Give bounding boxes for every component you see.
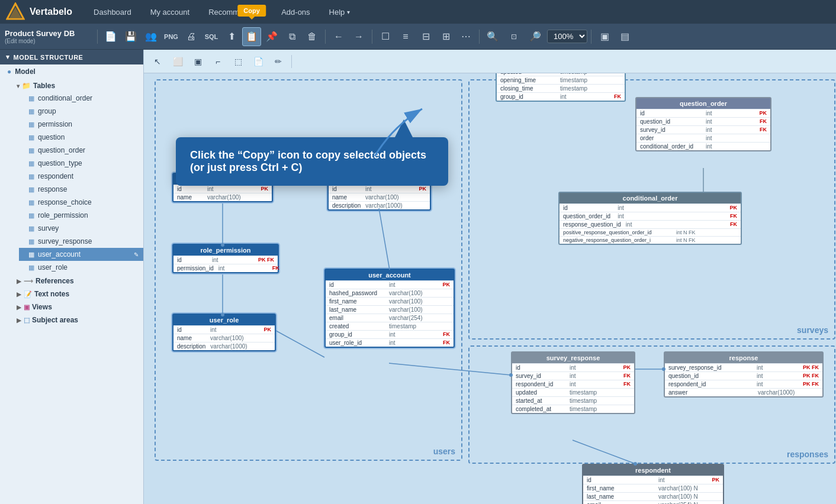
tables-expand-icon: ▾: [17, 83, 20, 89]
save-button[interactable]: 💾: [121, 27, 140, 46]
zoom-out-button[interactable]: 🔍: [483, 27, 502, 46]
top-navigation: Vertabelo Dashboard My account Recommend…: [0, 0, 836, 24]
table-item-response_choice[interactable]: ▦ response_choice: [19, 196, 143, 209]
table-user_account[interactable]: user_account idintPK hashed_passwordvarc…: [324, 269, 455, 348]
copy-button[interactable]: 📋: [242, 27, 261, 46]
export-png-button[interactable]: PNG: [162, 27, 181, 46]
table-role_permission-row-id: idintPK FK: [173, 256, 278, 264]
table-item-user_role[interactable]: ▦ user_role: [19, 261, 143, 274]
align-button[interactable]: ⊟: [416, 27, 435, 46]
new-diagram-button[interactable]: 📄: [101, 27, 120, 46]
select-tool-button[interactable]: ↖: [149, 53, 166, 70]
sidebar: ▾ MODEL STRUCTURE ● Model ▾ 📁 Tables ▦ c…: [0, 50, 144, 504]
export-sql-button[interactable]: SQL: [202, 27, 221, 46]
rsp-row-first_name: first_namevarchar(100) N: [583, 484, 723, 492]
views-expand-icon: ▶: [17, 304, 21, 311]
table-user_role[interactable]: user_role idintPK namevarchar(100) descr…: [172, 314, 276, 351]
paste-button[interactable]: 📌: [262, 27, 281, 46]
subject-areas-group-header[interactable]: ▶ ⬚ Subject areas: [9, 313, 143, 326]
sr-row-survey_id: survey_idintFK: [512, 371, 634, 380]
qo-row-survey_id: survey_idintFK: [636, 125, 770, 134]
table-question_order[interactable]: question_order idintPK question_idintFK …: [635, 97, 771, 151]
nav-help[interactable]: Help ▾: [320, 0, 360, 24]
duplicate-button[interactable]: ⧉: [282, 27, 301, 46]
tables-section: ▾ 📁 Tables ▦ conditional_order ▦ group ▦…: [0, 79, 143, 274]
sr-row-respondent_id: respondent_idintFK: [512, 380, 634, 388]
table-add-button[interactable]: ▣: [189, 53, 207, 70]
table-conditional_order-header: conditional_order: [560, 193, 741, 203]
redo-button[interactable]: →: [349, 27, 368, 46]
zoom-select[interactable]: 100% 75% 50% 150%: [547, 30, 587, 43]
qo-row-conditional_order_id: conditional_order_idint: [636, 142, 770, 150]
eraser-button[interactable]: ✏: [269, 53, 287, 70]
sidebar-model-group[interactable]: ● Model: [0, 64, 143, 79]
table-item-conditional_order[interactable]: ▦ conditional_order: [19, 92, 143, 105]
format-button[interactable]: ≡: [396, 27, 415, 46]
table-icon: ▦: [28, 225, 34, 232]
table-item-group[interactable]: ▦ group: [19, 105, 143, 118]
nav-my-account[interactable]: My account: [141, 0, 199, 24]
table-item-survey_response[interactable]: ▦ survey_response: [19, 235, 143, 248]
table-icon: ▦: [28, 173, 34, 180]
table-item-survey[interactable]: ▦ survey: [19, 222, 143, 235]
canvas-area[interactable]: ↖ ⬜ ▣ ⌐ ⬚ 📄 ✏ users surveys responses: [144, 50, 836, 504]
table-item-user_account[interactable]: ▦ user_account ✎: [19, 248, 143, 261]
table-survey_response[interactable]: survey_response idintPK survey_idintFK r…: [511, 351, 635, 414]
toolbar-sep-5: [591, 30, 591, 44]
text-notes-group-header[interactable]: ▶ 📝 Text notes: [9, 287, 143, 300]
table-item-respondent[interactable]: ▦ respondent: [19, 170, 143, 183]
main-area: ▾ MODEL STRUCTURE ● Model ▾ 📁 Tables ▦ c…: [0, 50, 836, 504]
model-icon: ●: [7, 67, 11, 76]
subject-area-responses-label: responses: [787, 450, 828, 459]
table-item-role_permission[interactable]: ▦ role_permission: [19, 209, 143, 222]
table-icon: ▦: [28, 147, 34, 154]
section-collapse-icon[interactable]: ▾: [6, 53, 10, 61]
table-survey-partial[interactable]: idintPK namevarchar(100) descriptionvarc…: [496, 73, 626, 102]
resp-row-question_id: question_idintPK FK: [665, 371, 822, 380]
view-mode-2-button[interactable]: ▤: [615, 27, 634, 46]
select-button[interactable]: ☐: [376, 27, 395, 46]
diag-sep: [291, 55, 292, 68]
subject-areas-section: ▶ ⬚ Subject areas: [0, 313, 143, 326]
table-conditional_order[interactable]: conditional_order idintPK question_order…: [558, 192, 742, 245]
table-icon: ▦: [28, 212, 34, 219]
table-item-question_type[interactable]: ▦ question_type: [19, 157, 143, 170]
print-button[interactable]: 🖨: [182, 27, 201, 46]
table-item-response[interactable]: ▦ response: [19, 183, 143, 196]
rectangle-select-button[interactable]: ⬜: [169, 53, 187, 70]
table-item-question_order[interactable]: ▦ question_order: [19, 144, 143, 157]
diagram-canvas[interactable]: users surveys responses permission idint…: [144, 73, 836, 504]
connector-button[interactable]: ⬚: [229, 53, 247, 70]
table-item-question[interactable]: ▦ question: [19, 131, 143, 144]
team-button[interactable]: 👥: [142, 27, 160, 46]
subject-area-surveys-label: surveys: [797, 325, 828, 335]
fit-button[interactable]: ⊡: [504, 27, 523, 46]
nav-addons[interactable]: Add-ons: [272, 0, 319, 24]
table-respondent[interactable]: respondent idintPK first_namevarchar(100…: [582, 464, 724, 504]
view-mode-1-button[interactable]: ▣: [595, 27, 614, 46]
subject-area-users-label: users: [433, 447, 455, 456]
undo-button[interactable]: ←: [329, 27, 348, 46]
table-item-permission[interactable]: ▦ permission: [19, 118, 143, 131]
rsp-row-id: idintPK: [583, 476, 723, 484]
import-button[interactable]: ⬆: [222, 27, 241, 46]
references-group-header[interactable]: ▶ ⟶ References: [9, 274, 143, 287]
co-row-response_question_id: response_question_idintFK: [560, 220, 741, 228]
table-role_permission[interactable]: role_permission idintPK FK permission_id…: [172, 244, 279, 273]
copy-tooltip: Copy: [237, 5, 266, 17]
note-button[interactable]: 📄: [249, 53, 267, 70]
delete-button[interactable]: 🗑: [303, 27, 321, 46]
nav-dashboard[interactable]: Dashboard: [84, 0, 141, 24]
more-button[interactable]: ⋯: [456, 27, 475, 46]
table-response[interactable]: response survey_response_idintPK FK ques…: [664, 351, 824, 398]
subject-areas-icon: ⬚: [24, 316, 30, 324]
views-group-header[interactable]: ▶ ▣ Views: [9, 300, 143, 313]
table-user_role-row-name: namevarchar(100): [173, 334, 275, 342]
distribute-button[interactable]: ⊞: [436, 27, 455, 46]
zoom-in-button[interactable]: 🔎: [526, 27, 545, 46]
table-icon: ▦: [28, 251, 34, 259]
qo-row-question_id: question_idintFK: [636, 117, 770, 125]
tables-group-header[interactable]: ▾ 📁 Tables: [9, 79, 143, 92]
corner-button[interactable]: ⌐: [209, 53, 227, 70]
logo-area[interactable]: Vertabelo: [6, 2, 72, 21]
